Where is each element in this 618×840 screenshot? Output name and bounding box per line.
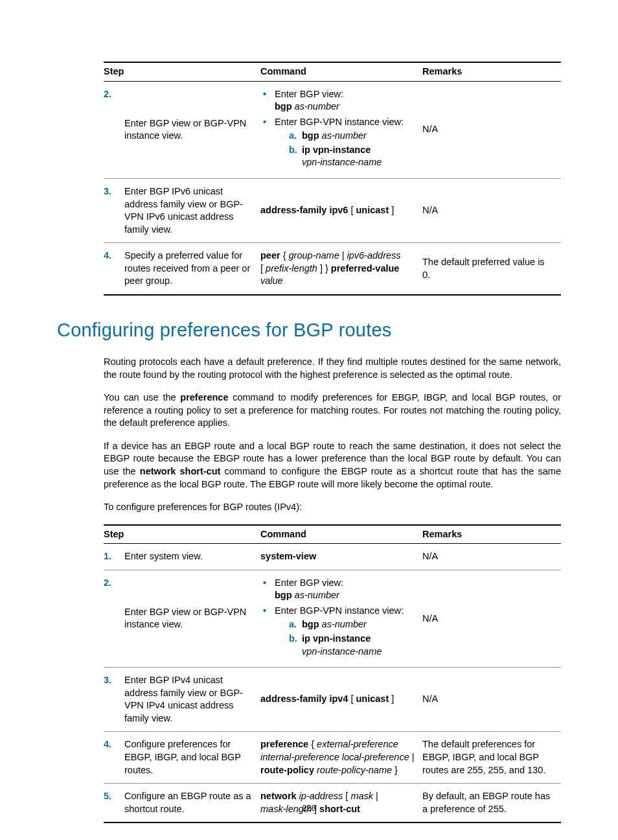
table-row: 4. Configure preferences for EBGP, IBGP,… bbox=[104, 732, 561, 784]
paragraph: Routing protocols each have a default pr… bbox=[104, 356, 561, 381]
command-cell: address-family ipv6 [ unicast ] bbox=[260, 178, 422, 242]
table-preferences-ipv4: Step Command Remarks 1. Enter system vie… bbox=[104, 524, 561, 824]
step-text: Enter BGP view or BGP-VPN instance view. bbox=[124, 570, 260, 667]
step-text: Specify a preferred value for routes rec… bbox=[124, 243, 260, 295]
step-number: 2. bbox=[104, 577, 111, 590]
remarks-cell: The default preferences for EBGP, IBGP, … bbox=[422, 732, 561, 784]
command-cell: preference { external-preference interna… bbox=[260, 732, 422, 784]
command-cell: system-view bbox=[260, 544, 422, 570]
remarks-cell: N/A bbox=[422, 81, 561, 178]
table-preferred-value-ipv6: Step Command Remarks 2. Enter BGP view o… bbox=[104, 62, 561, 296]
step-number: 1. bbox=[104, 550, 111, 563]
table-row: 3. Enter BGP IPv6 unicast address family… bbox=[104, 178, 561, 242]
table-row: 4. Specify a preferred value for routes … bbox=[104, 243, 561, 295]
step-number: 2. bbox=[104, 88, 111, 101]
command-cell: address-family ipv4 [ unicast ] bbox=[260, 668, 422, 732]
step-number: 4. bbox=[104, 250, 111, 262]
paragraph: If a device has an EBGP route and a loca… bbox=[104, 440, 561, 491]
col-command-header: Command bbox=[260, 525, 422, 544]
table-row: 1. Enter system view. system-view N/A bbox=[104, 544, 561, 570]
command-cell: Enter BGP view: bgp as-number Enter BGP-… bbox=[260, 570, 422, 667]
step-number: 3. bbox=[104, 674, 111, 687]
command-cell: Enter BGP view: bgp as-number Enter BGP-… bbox=[260, 81, 422, 178]
step-text: Enter BGP IPv6 unicast address family vi… bbox=[124, 178, 260, 242]
table-row: 3. Enter BGP IPv4 unicast address family… bbox=[104, 668, 561, 732]
remarks-cell: N/A bbox=[422, 178, 561, 242]
col-step-header: Step bbox=[104, 525, 260, 544]
intro-text: To configure preferences for BGP routes … bbox=[104, 501, 561, 514]
remarks-cell: The default preferred value is 0. bbox=[422, 243, 561, 295]
table-row: 2. Enter BGP view or BGP-VPN instance vi… bbox=[104, 570, 561, 667]
step-text: Enter BGP view or BGP-VPN instance view. bbox=[124, 81, 260, 178]
remarks-cell: N/A bbox=[422, 544, 561, 570]
step-number: 3. bbox=[104, 185, 111, 198]
command-cell: peer { group-name | ipv6-address [ prefi… bbox=[260, 243, 422, 295]
paragraph: You can use the preference command to mo… bbox=[104, 391, 561, 430]
step-text: Enter system view. bbox=[124, 544, 260, 570]
section-heading: Configuring preferences for BGP routes bbox=[57, 318, 561, 343]
remarks-cell: N/A bbox=[422, 668, 561, 732]
table-row: 2. Enter BGP view or BGP-VPN instance vi… bbox=[104, 81, 561, 178]
step-text: Configure preferences for EBGP, IBGP, an… bbox=[124, 732, 260, 784]
col-step-header: Step bbox=[104, 62, 260, 81]
remarks-cell: N/A bbox=[422, 570, 561, 667]
step-number: 5. bbox=[104, 790, 111, 803]
step-text: Enter BGP IPv4 unicast address family vi… bbox=[124, 668, 260, 732]
col-remarks-header: Remarks bbox=[422, 62, 561, 81]
step-number: 4. bbox=[104, 738, 111, 751]
col-remarks-header: Remarks bbox=[422, 525, 561, 544]
page-number: 228 bbox=[0, 802, 618, 814]
col-command-header: Command bbox=[260, 62, 422, 81]
